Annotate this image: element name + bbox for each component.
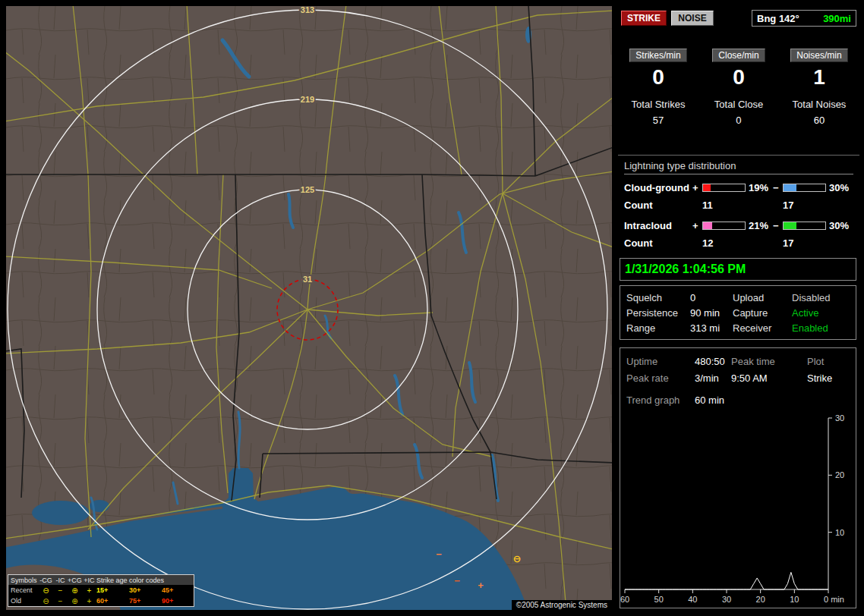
- noises-column: Noises/min 1 Total Noises 60: [779, 49, 859, 126]
- close-per-min-value: 0: [698, 65, 779, 90]
- total-strikes-value: 57: [618, 115, 698, 126]
- stats-box: Uptime 480:50 Peak time Plot Peak rate 3…: [620, 347, 856, 608]
- datetime-display: 1/31/2026 1:04:56 PM: [620, 258, 856, 281]
- ic-positive-pct: 21%: [747, 220, 773, 231]
- cg-negative-count: 17: [783, 200, 828, 211]
- svg-text:0 min: 0 min: [824, 595, 844, 604]
- status-row: Squelch 0 Upload Disabled: [626, 290, 856, 305]
- total-close-value: 0: [698, 115, 779, 126]
- svg-text:30: 30: [835, 413, 844, 423]
- plus-sign: +: [692, 182, 702, 193]
- pos-cg-icon: ⊕: [68, 586, 82, 595]
- legend-header: Symbols -CG -IC +CG +IC Strike age color…: [8, 575, 194, 585]
- legend-col-neg-cg: -CG: [39, 577, 53, 584]
- persistence-value: 90 min: [690, 307, 733, 319]
- ring-label-219: 219: [301, 95, 314, 104]
- neg-cg-icon: ⊖: [39, 597, 53, 605]
- neg-ic-icon: −: [53, 586, 68, 595]
- datetime-value: 1/31/2026 1:04:56 PM: [625, 262, 746, 276]
- range-value: 313 mi: [690, 322, 733, 334]
- total-noises-value: 60: [779, 115, 859, 126]
- peak-time-value: 9:50 AM: [731, 372, 807, 384]
- cg-negative-pct: 30%: [828, 182, 853, 193]
- strikes-per-min-value: 0: [618, 65, 698, 90]
- ic-negative-count: 17: [783, 237, 828, 249]
- total-noises-label: Total Noises: [779, 99, 859, 110]
- ic-negative-pct: 30%: [828, 220, 853, 231]
- cloud-ground-row: Cloud-ground + 19% − 30%: [618, 179, 859, 196]
- bearing-readout: Bng 142° 390mi: [752, 10, 856, 27]
- ic-negative-bar: [783, 222, 826, 230]
- legend: Symbols -CG -IC +CG +IC Strike age color…: [8, 574, 194, 607]
- capture-status: Active: [792, 307, 818, 319]
- trend-window-value: 60 min: [695, 394, 724, 406]
- upload-status: Disabled: [792, 292, 831, 303]
- ic-positive-count: 12: [702, 237, 747, 249]
- plus-sign: +: [692, 220, 702, 231]
- legend-col-pos-cg: +CG: [68, 577, 82, 584]
- nexstorm-window: 313 219 125 31 −−+⊖ Symbols -CG -IC +CG …: [0, 0, 864, 616]
- age-15: 15+: [96, 586, 129, 594]
- total-strikes-label: Total Strikes: [618, 99, 698, 110]
- bearing-label: Bng 142°: [757, 13, 799, 24]
- map-canvas: 313 219 125 31 −−+⊖: [6, 6, 612, 610]
- cg-positive-pct: 19%: [747, 182, 773, 193]
- lightning-type-distribution: Lightning type distribution Cloud-ground…: [618, 155, 859, 255]
- legend-row-old: Old ⊖ − ⊕ + 60+ 75+ 90+: [8, 596, 194, 606]
- legend-col-pos-ic: +IC: [82, 577, 96, 584]
- neg-cg-icon: ⊖: [39, 586, 53, 595]
- lightning-map[interactable]: 313 219 125 31 −−+⊖ Symbols -CG -IC +CG …: [6, 6, 612, 610]
- rate-counters: Strikes/min 0 Total Strikes 57 Close/min…: [618, 49, 859, 126]
- age-30: 30+: [129, 586, 162, 594]
- svg-text:60: 60: [620, 595, 629, 604]
- ring-label-125: 125: [301, 185, 314, 194]
- close-per-min-label: Close/min: [712, 49, 765, 62]
- uptime-value: 480:50: [695, 356, 731, 367]
- status-row: Range 313 mi Receiver Enabled: [626, 320, 856, 335]
- svg-text:20: 20: [756, 595, 765, 604]
- pos-ic-icon: +: [82, 586, 96, 595]
- cg-positive-bar: [702, 184, 746, 192]
- svg-text:20: 20: [835, 470, 844, 479]
- peak-rate-value: 3/min: [695, 372, 731, 384]
- svg-text:⊖: ⊖: [513, 553, 522, 564]
- status-box: Squelch 0 Upload Disabled Persistence 90…: [620, 285, 856, 340]
- pos-ic-icon: +: [82, 597, 96, 605]
- noise-button[interactable]: NOISE: [671, 11, 714, 26]
- cloud-ground-counts: Count 11 17: [618, 197, 859, 212]
- svg-text:30: 30: [722, 595, 731, 604]
- age-60: 60+: [96, 597, 129, 605]
- pos-cg-icon: ⊕: [68, 597, 82, 605]
- minus-sign: −: [773, 182, 783, 193]
- strike-button[interactable]: STRIKE: [621, 11, 667, 26]
- bearing-distance: 390mi: [823, 13, 851, 24]
- svg-text:−: −: [454, 575, 460, 586]
- minus-sign: −: [773, 220, 783, 231]
- svg-text:40: 40: [688, 595, 697, 604]
- intracloud-row: Intracloud + 21% − 30%: [618, 217, 859, 234]
- svg-text:+: +: [478, 580, 484, 591]
- intracloud-counts: Count 12 17: [618, 235, 859, 250]
- strikes-per-min-label: Strikes/min: [629, 49, 686, 62]
- cg-positive-count: 11: [702, 200, 747, 211]
- legend-symbols-title: Symbols: [8, 577, 39, 584]
- cg-negative-bar: [783, 184, 826, 192]
- svg-text:−: −: [436, 548, 442, 560]
- noises-per-min-label: Noises/min: [790, 49, 847, 62]
- plot-mode-value: Strike: [807, 372, 832, 384]
- svg-text:10: 10: [790, 595, 799, 604]
- strikes-column: Strikes/min 0 Total Strikes 57: [618, 49, 698, 126]
- close-column: Close/min 0 Total Close 0: [698, 49, 779, 126]
- age-45: 45+: [162, 586, 192, 594]
- distribution-title: Lightning type distribution: [624, 160, 853, 174]
- ring-label-31: 31: [303, 275, 312, 284]
- ring-label-313: 313: [301, 6, 314, 14]
- legend-row-recent: Recent ⊖ − ⊕ + 15+ 30+ 45+: [8, 585, 194, 596]
- stats-row-2: Peak rate 3/min 9:50 AM Strike: [626, 369, 856, 386]
- trend-graph: 3020106050403020100 min: [620, 410, 857, 606]
- trend-graph-row: Trend graph 60 min: [626, 392, 856, 407]
- age-75: 75+: [129, 597, 162, 605]
- noises-per-min-value: 1: [779, 65, 859, 90]
- legend-age-title: Strike age color codes: [96, 577, 192, 584]
- ic-positive-bar: [702, 222, 746, 230]
